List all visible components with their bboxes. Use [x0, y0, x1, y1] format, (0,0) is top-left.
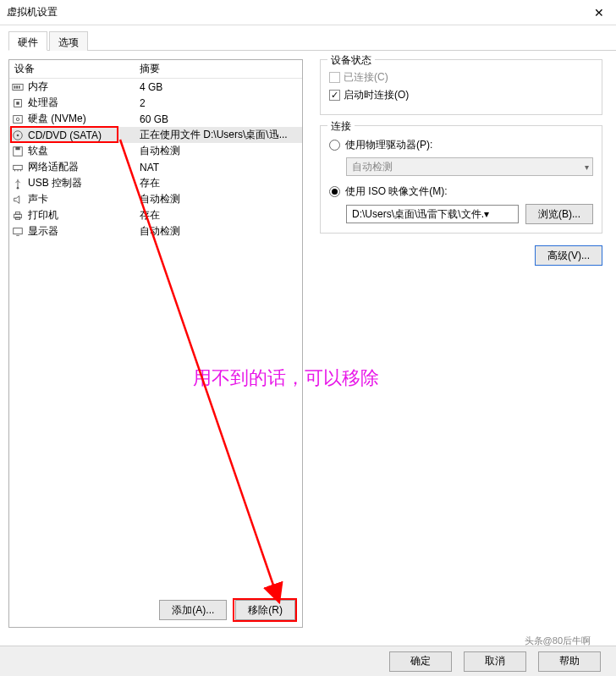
printer-icon: [9, 210, 26, 222]
disk-icon: [9, 113, 26, 125]
device-list: 内存4 GB处理器2硬盘 (NVMe)60 GBCD/DVD (SATA)正在使…: [9, 79, 302, 239]
svg-rect-3: [19, 85, 20, 89]
cpu-icon: [9, 97, 26, 109]
device-row[interactable]: 网络适配器NAT: [9, 159, 302, 175]
device-row[interactable]: 打印机存在: [9, 207, 302, 223]
watermark: 头条@80后牛啊: [525, 635, 591, 647]
titlebar: 虚拟机设置 ✕: [0, 0, 616, 25]
help-button[interactable]: 帮助: [538, 651, 601, 672]
use-iso-radio[interactable]: [329, 186, 340, 197]
tab-hardware[interactable]: 硬件: [8, 31, 47, 51]
cancel-button[interactable]: 取消: [464, 651, 526, 672]
chevron-down-icon[interactable]: ▾: [484, 208, 489, 220]
device-summary: 4 GB: [136, 81, 302, 93]
browse-button[interactable]: 浏览(B)...: [525, 204, 593, 224]
remove-button[interactable]: 移除(R): [235, 600, 295, 620]
device-row[interactable]: 软盘自动检测: [9, 143, 302, 159]
device-summary: 自动检测: [136, 144, 302, 158]
close-button[interactable]: ✕: [582, 0, 616, 25]
nic-icon: [9, 162, 26, 173]
disc-icon: [9, 129, 26, 141]
svg-rect-1: [14, 85, 16, 89]
physical-drive-combo: 自动检测 ▾: [346, 157, 593, 176]
svg-point-7: [16, 118, 19, 121]
hardware-list-panel: 设备 摘要 内存4 GB处理器2硬盘 (NVMe)60 GBCD/DVD (SA…: [8, 59, 303, 628]
tab-strip: 硬件 选项: [8, 30, 616, 51]
device-row[interactable]: 显示器自动检测: [9, 223, 302, 239]
connected-checkbox: [329, 72, 340, 83]
status-fieldset: 设备状态 已连接(C) 启动时连接(O): [320, 59, 602, 115]
device-summary: 存在: [136, 176, 302, 190]
device-name: 处理器: [26, 96, 136, 110]
status-legend: 设备状态: [327, 53, 375, 68]
add-button[interactable]: 添加(A)...: [159, 600, 227, 620]
device-name: 硬盘 (NVMe): [26, 112, 136, 126]
connect-on-power-checkbox[interactable]: [329, 90, 340, 101]
device-detail-panel: 设备状态 已连接(C) 启动时连接(O) 连接 使用物理驱动器(P): 自动检测…: [315, 59, 608, 628]
svg-rect-11: [15, 146, 19, 150]
sound-icon: [9, 194, 26, 206]
device-row[interactable]: 声卡自动检测: [9, 191, 302, 207]
window-title: 虚拟机设置: [7, 5, 609, 19]
use-physical-label: 使用物理驱动器(P):: [345, 138, 432, 152]
physical-drive-value: 自动检测: [352, 160, 393, 174]
device-name: 声卡: [26, 192, 136, 206]
connect-on-power-row[interactable]: 启动时连接(O): [329, 88, 593, 102]
chevron-down-icon: ▾: [585, 162, 589, 172]
connected-row: 已连接(C): [329, 70, 593, 85]
device-summary: 存在: [136, 208, 302, 223]
device-summary: NAT: [136, 162, 302, 173]
advanced-button[interactable]: 高级(V)...: [535, 245, 602, 266]
display-icon: [9, 226, 26, 238]
header-device: 设备: [9, 62, 136, 76]
device-row[interactable]: USB 控制器存在: [9, 175, 302, 191]
svg-rect-15: [15, 212, 19, 214]
svg-rect-17: [14, 228, 23, 234]
iso-path-row: D:\Users\桌面\迅雷下载\文件. ▾ 浏览(B)...: [346, 204, 593, 224]
device-summary: 2: [136, 97, 302, 109]
svg-rect-2: [16, 85, 18, 89]
dialog-button-bar: 确定 取消 帮助: [0, 646, 616, 676]
use-physical-radio[interactable]: [329, 140, 340, 151]
device-name: 显示器: [26, 224, 136, 239]
svg-point-9: [17, 134, 19, 136]
device-name: 网络适配器: [26, 160, 136, 174]
device-row[interactable]: CD/DVD (SATA)正在使用文件 D:\Users\桌面\迅...: [9, 127, 302, 143]
connection-fieldset: 连接 使用物理驱动器(P): 自动检测 ▾ 使用 ISO 映像文件(M): D:…: [320, 125, 602, 234]
svg-point-13: [17, 186, 19, 189]
connection-legend: 连接: [327, 119, 355, 134]
device-summary: 自动检测: [136, 224, 302, 239]
device-summary: 自动检测: [136, 192, 302, 206]
use-physical-row[interactable]: 使用物理驱动器(P):: [329, 138, 593, 152]
device-name: USB 控制器: [26, 176, 136, 190]
connected-label: 已连接(C): [344, 70, 388, 85]
device-summary: 正在使用文件 D:\Users\桌面\迅...: [136, 128, 302, 142]
iso-path-value: D:\Users\桌面\迅雷下载\文件.: [352, 207, 484, 222]
left-button-bar: 添加(A)... 移除(R): [159, 600, 295, 620]
svg-rect-5: [16, 102, 19, 105]
svg-rect-6: [14, 115, 23, 123]
usb-icon: [9, 178, 26, 190]
hardware-table-header: 设备 摘要: [9, 60, 302, 79]
connect-on-power-label: 启动时连接(O): [344, 88, 409, 102]
device-name: 软盘: [26, 144, 136, 158]
use-iso-row[interactable]: 使用 ISO 映像文件(M):: [329, 184, 593, 199]
device-name: 打印机: [26, 208, 136, 223]
ok-button[interactable]: 确定: [389, 651, 452, 672]
device-summary: 60 GB: [136, 113, 302, 125]
device-name: 内存: [26, 80, 136, 94]
memory-icon: [9, 81, 26, 93]
device-row[interactable]: 硬盘 (NVMe)60 GB: [9, 111, 302, 127]
svg-rect-12: [14, 165, 23, 169]
use-iso-label: 使用 ISO 映像文件(M):: [345, 184, 448, 199]
tab-options[interactable]: 选项: [49, 31, 88, 51]
content-area: 设备 摘要 内存4 GB处理器2硬盘 (NVMe)60 GBCD/DVD (SA…: [0, 51, 616, 628]
header-summary: 摘要: [136, 62, 302, 76]
floppy-icon: [9, 146, 26, 157]
device-name: CD/DVD (SATA): [26, 129, 136, 141]
device-row[interactable]: 处理器2: [9, 95, 302, 111]
device-row[interactable]: 内存4 GB: [9, 79, 302, 95]
advanced-row: 高级(V)...: [320, 245, 602, 266]
iso-path-combo[interactable]: D:\Users\桌面\迅雷下载\文件. ▾: [346, 205, 519, 223]
